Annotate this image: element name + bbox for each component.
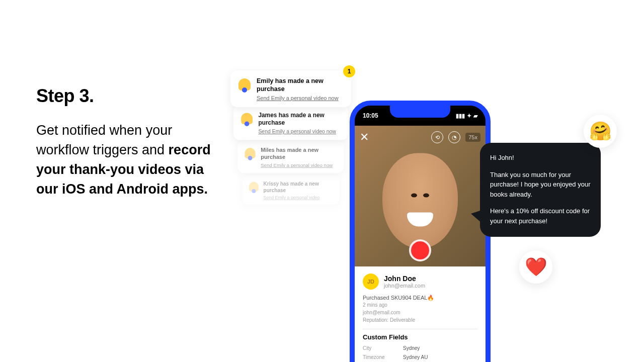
purchase-time: 2 mins ago [363,301,477,309]
customer-name: John Doe [384,275,425,283]
notification-stack: 1 Emily has made a new purchase Send Emi… [230,70,351,218]
avatar: JD [363,274,379,290]
wifi-icon: ✦ [467,113,471,119]
divider [363,329,477,329]
bell-icon [248,181,259,192]
record-button[interactable] [409,239,431,261]
cf-key: Timezone [363,353,403,362]
step-heading: Step 3. [36,85,227,107]
battery-icon: ▰ [473,113,477,119]
notification-card[interactable]: James has made a new purchase Send Emily… [233,105,348,140]
bell-icon [244,147,257,159]
purchase-email: john@email.com [363,309,477,316]
phone-notch [390,106,450,118]
bell-icon [237,77,252,92]
notification-card[interactable]: Miles has made a new purchase Send Emily… [237,140,344,172]
phone-mockup: 10:05 ▮▮▮ ✦ ▰ ✕ ⟲ ◔ 75x JD John Doe jo [350,101,491,362]
custom-field-row: Timezone Sydney AU [363,353,477,362]
notification-title: Krissy has made a new purchase [264,181,333,194]
cf-key: City [363,344,403,353]
step-body: Get notified when your workflow triggers… [36,121,227,200]
cf-value: Sydney AU [403,353,428,362]
cf-value: Sydney [403,344,420,353]
timer-icon[interactable]: ◔ [448,131,460,143]
reputation-line: Reputation: Deliverable [363,316,477,324]
notification-title: Emily has made a new purchase [257,77,343,93]
custom-field-row: City Sydney [363,344,477,353]
step-copy: Step 3. Get notified when your workflow … [36,85,227,200]
camera-viewfinder: ✕ ⟲ ◔ 75x [355,126,486,266]
notification-card[interactable]: 1 Emily has made a new purchase Send Emi… [230,70,351,107]
customer-email: john@email.com [384,283,425,289]
flip-camera-icon[interactable]: ⟲ [431,131,443,143]
step-body-plain: Get notified when your workflow triggers… [36,123,172,157]
customer-panel: JD John Doe john@email.com Purchased SKU… [355,266,486,362]
notification-title: Miles has made a new purchase [261,147,337,161]
speech-line: Here's a 10% off discount code for your … [490,206,591,226]
notification-card[interactable]: Krissy has made a new purchase Send Emil… [243,175,339,205]
zoom-indicator[interactable]: 75x [465,133,480,142]
bell-icon [240,112,254,126]
status-time: 10:05 [363,112,378,119]
fire-icon: 🔥 [427,295,434,301]
custom-fields-heading: Custom Fields [363,333,477,341]
speech-bubble: Hi John! Thank you so much for your purc… [480,143,601,237]
heart-emoji: ❤️ [519,250,552,284]
hugging-face-emoji: 🤗 [584,115,617,148]
notification-action-link[interactable]: Send Emily a personal video now [257,95,343,101]
notification-action-link[interactable]: Send Emily a personal video now [258,129,340,134]
notification-action-link[interactable]: Send Emily a personal video [264,195,333,200]
close-icon[interactable]: ✕ [360,131,369,144]
signal-icon: ▮▮▮ [456,113,465,119]
notification-badge: 1 [343,65,355,77]
speech-line: Hi John! [490,153,591,163]
notification-title: James has made a new purchase [258,112,340,127]
purchase-line: Purchased SKU904 DEAL🔥 [363,295,477,301]
notification-action-link[interactable]: Send Emily a personal video now [261,162,337,168]
speech-line: Thank you so much for your purchase! I h… [490,170,591,200]
